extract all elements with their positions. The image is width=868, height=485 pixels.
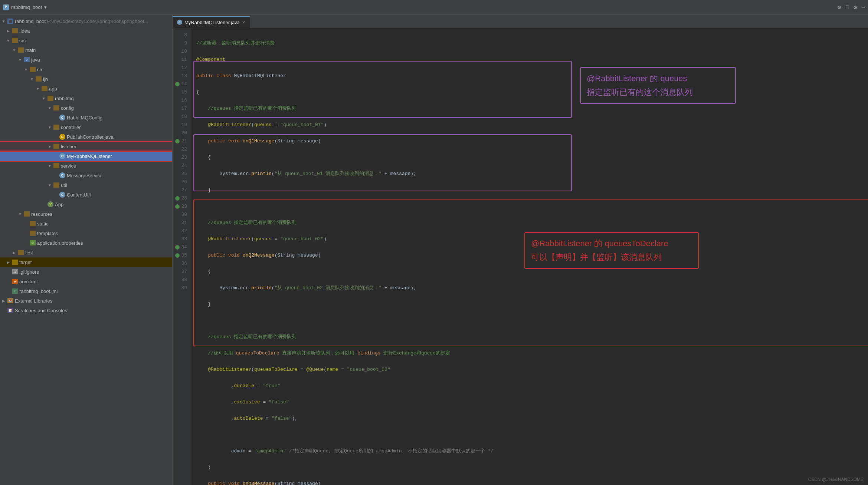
gear-icon[interactable]: ⚙ bbox=[854, 4, 857, 11]
sidebar-item-project-root[interactable]: ▼ ⬛ rabbitmq_boot F:\myCode\crazyCode\Sp… bbox=[0, 16, 172, 26]
folder-icon-src bbox=[12, 38, 18, 43]
line-num-23: 23 bbox=[173, 154, 190, 162]
tab-close-button[interactable]: ✕ bbox=[242, 20, 245, 25]
sidebar-item-scratches[interactable]: 📝 Scratches and Consoles bbox=[0, 306, 172, 315]
line-20: @RabbitListener(queues = "queue_boot_02"… bbox=[196, 235, 862, 243]
code-wrapper[interactable]: //监听器：监听消息队列并进行消费 @Component public clas… bbox=[190, 28, 868, 485]
folder-icon-util bbox=[53, 182, 59, 188]
sidebar-item-rabbitmq-folder[interactable]: ▼ rabbitmq bbox=[0, 93, 172, 103]
watermark: CSDN @JH&&HANDSOME bbox=[808, 477, 864, 482]
java-icon-publishcontroller: C bbox=[59, 134, 65, 140]
java-label: java bbox=[31, 57, 40, 63]
sidebar-item-external-libs[interactable]: ▶ 📚 External Libraries bbox=[0, 296, 172, 306]
line-10: public class MyRabbitMQListener bbox=[196, 72, 862, 80]
line-num-21: 21 bbox=[173, 137, 190, 145]
arrow-idea: ▶ bbox=[6, 29, 10, 33]
sidebar-item-config-folder[interactable]: ▼ config bbox=[0, 103, 172, 113]
line-16: System.err.println("从 queue_boot_01 消息队列… bbox=[196, 170, 862, 178]
controller-folder-label: controller bbox=[61, 125, 81, 130]
settings-icon[interactable]: ⊕ bbox=[838, 4, 841, 11]
line-27: //还可以用 queuesToDeclare 直接声明并监听该队列，还可以用 b… bbox=[196, 349, 862, 357]
line-28: @RabbitListener(queuesToDeclare = @Queue… bbox=[196, 366, 862, 374]
sidebar[interactable]: ▼ ⬛ rabbitmq_boot F:\myCode\crazyCode\Sp… bbox=[0, 15, 173, 485]
folder-icon-controller bbox=[53, 125, 59, 130]
editor-tab-myrabbitlistener[interactable]: C MyRabbitMQListener.java ✕ bbox=[173, 16, 250, 28]
line-num-18: 18 bbox=[173, 113, 190, 121]
listener-folder-label: listener bbox=[61, 144, 76, 149]
bookmark-icon-28 bbox=[175, 196, 180, 201]
bookmark-icon-14 bbox=[175, 82, 180, 86]
sidebar-item-resources[interactable]: ▼ resources bbox=[0, 209, 172, 219]
line-num-38: 38 bbox=[173, 276, 190, 284]
arrow-config: ▼ bbox=[48, 106, 52, 110]
sidebar-item-myrabbitlistener[interactable]: C MyRabbitMQListener bbox=[0, 151, 172, 161]
sidebar-item-publishcontroller[interactable]: C PublishController.java bbox=[0, 132, 172, 142]
cn-label: cn bbox=[37, 67, 42, 72]
line-num-35: 35 bbox=[173, 251, 190, 260]
sidebar-item-iml[interactable]: I rabbitmq_boot.iml bbox=[0, 286, 172, 296]
sidebar-item-app-folder[interactable]: ▼ app bbox=[0, 84, 172, 93]
sidebar-item-cn[interactable]: ▼ cn bbox=[0, 65, 172, 74]
line-18 bbox=[196, 202, 862, 211]
arrow-external-libs: ▶ bbox=[1, 299, 6, 303]
sidebar-item-controller-folder[interactable]: ▼ controller bbox=[0, 122, 172, 132]
pom-label: pom.xml bbox=[19, 279, 37, 284]
editor-content[interactable]: 8 9 10 11 12 13 14 15 16 17 18 19 20 21 bbox=[173, 28, 868, 485]
sidebar-item-java[interactable]: ▼ J java bbox=[0, 55, 172, 65]
config-folder-label: config bbox=[61, 105, 74, 111]
arrow-resources: ▼ bbox=[18, 212, 22, 216]
line-num-13: 13 bbox=[173, 72, 190, 80]
sidebar-item-contentutil[interactable]: C ContentUtil bbox=[0, 190, 172, 199]
java-icon-contentutil: C bbox=[59, 192, 65, 198]
sidebar-item-listener-folder[interactable]: ▼ listener bbox=[0, 142, 172, 151]
folder-icon-listener bbox=[53, 144, 59, 149]
line-15: { bbox=[196, 154, 862, 162]
arrow-listener: ▼ bbox=[48, 145, 52, 149]
arrow-app-folder: ▼ bbox=[36, 87, 40, 91]
line-32 bbox=[196, 431, 862, 439]
external-libs-label: External Libraries bbox=[15, 298, 52, 304]
sidebar-item-templates[interactable]: templates bbox=[0, 228, 172, 238]
sidebar-item-app-file[interactable]: 🌱 App bbox=[0, 199, 172, 209]
sidebar-item-main[interactable]: ▼ main bbox=[0, 45, 172, 55]
sidebar-item-ljh[interactable]: ▼ ljh bbox=[0, 74, 172, 84]
sidebar-item-target[interactable]: ▶ target bbox=[0, 257, 172, 267]
sidebar-item-messageservice[interactable]: C MessageService bbox=[0, 171, 172, 180]
app-folder-label: app bbox=[49, 86, 57, 92]
arrow-target: ▶ bbox=[6, 260, 10, 264]
title-dropdown-arrow[interactable]: ▾ bbox=[44, 4, 47, 10]
line-num-31: 31 bbox=[173, 219, 190, 227]
arrow-cn: ▼ bbox=[24, 67, 28, 72]
code-display[interactable]: //监听器：监听消息队列并进行消费 @Component public clas… bbox=[190, 28, 868, 485]
sidebar-item-src[interactable]: ▼ src bbox=[0, 36, 172, 45]
iml-label: rabbitmq_boot.iml bbox=[19, 288, 58, 294]
title-bar: P rabbitmq_boot ▾ ⊕ ≡ ⚙ — bbox=[0, 0, 868, 15]
sidebar-item-rabbitmqconfig[interactable]: C RabbitMQConfig bbox=[0, 113, 172, 122]
folder-icon-target bbox=[12, 260, 18, 265]
folder-icon-ljh bbox=[36, 76, 42, 82]
line-num-12: 12 bbox=[173, 64, 190, 72]
sidebar-item-test[interactable]: ▶ test bbox=[0, 248, 172, 257]
line-num-14: 14 bbox=[173, 80, 190, 88]
minimize-icon[interactable]: — bbox=[861, 4, 865, 11]
line-12: //queues 指定监听已有的哪个消费队列 bbox=[196, 105, 862, 113]
line-num-16: 16 bbox=[173, 96, 190, 105]
line-21: public void onQ2Message(String message) bbox=[196, 251, 862, 260]
sidebar-item-service-folder[interactable]: ▼ service bbox=[0, 161, 172, 171]
folder-icon-main bbox=[18, 47, 24, 53]
sidebar-item-pom[interactable]: M pom.xml bbox=[0, 277, 172, 286]
sidebar-item-static[interactable]: static bbox=[0, 219, 172, 228]
sidebar-item-gitignore[interactable]: G .gitignore bbox=[0, 267, 172, 277]
sidebar-item-util-folder[interactable]: ▼ util bbox=[0, 180, 172, 190]
folder-icon-static bbox=[30, 221, 36, 226]
tab-java-icon: C bbox=[177, 20, 182, 25]
line-num-39: 39 bbox=[173, 284, 190, 292]
sidebar-item-application-properties[interactable]: ⚙ application.properties bbox=[0, 238, 172, 248]
line-19: //queues 指定监听已有的哪个消费队列 bbox=[196, 219, 862, 227]
line-13: @RabbitListener(queues = "queue_boot_01"… bbox=[196, 121, 862, 129]
layout-icon[interactable]: ≡ bbox=[845, 4, 849, 11]
line-22: { bbox=[196, 268, 862, 276]
line-11: { bbox=[196, 88, 862, 96]
sidebar-item-idea[interactable]: ▶ .idea bbox=[0, 26, 172, 36]
folder-icon-app bbox=[42, 86, 48, 91]
